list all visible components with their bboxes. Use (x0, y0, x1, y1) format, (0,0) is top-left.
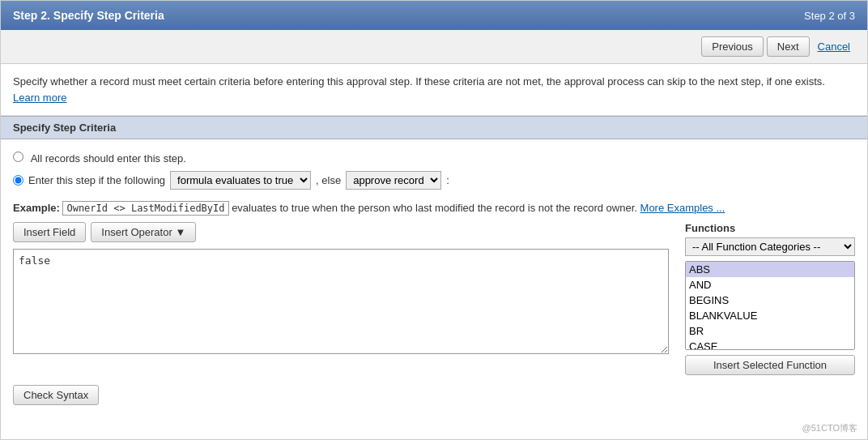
insert-field-button[interactable]: Insert Field (13, 222, 86, 242)
function-option-br: BR (686, 323, 854, 339)
more-examples-link[interactable]: More Examples ... (640, 202, 725, 214)
formula-textarea[interactable]: false (13, 249, 669, 354)
functions-listbox[interactable]: ABS AND BEGINS BLANKVALUE BR CASE (685, 261, 855, 350)
previous-button[interactable]: Previous (701, 36, 764, 57)
function-option-begins: BEGINS (686, 293, 854, 308)
example-code: OwnerId <> LastModifiedById (62, 201, 228, 216)
page-wrapper: Step 2. Specify Step Criteria Step 2 of … (0, 0, 868, 440)
next-button[interactable]: Next (767, 36, 810, 57)
radio-all-label[interactable]: All records should enter this step. (31, 152, 186, 164)
example-text: evaluates to true when the person who la… (232, 202, 640, 214)
page-header: Step 2. Specify Step Criteria Step 2 of … (1, 1, 867, 30)
cancel-button[interactable]: Cancel (813, 36, 855, 57)
insert-selected-function-button[interactable]: Insert Selected Function (685, 355, 855, 375)
right-panel: Functions -- All Function Categories -- … (685, 222, 855, 375)
toolbar-row: Previous Next Cancel (1, 30, 867, 64)
check-syntax-button[interactable]: Check Syntax (13, 385, 99, 405)
insert-operator-arrow: ▼ (175, 226, 185, 238)
check-syntax-row: Check Syntax (13, 385, 855, 405)
watermark-text: @51CTO博客 (802, 423, 857, 433)
functions-category-wrapper: -- All Function Categories -- (685, 237, 855, 256)
example-label: Example: (13, 202, 60, 214)
info-description: Specify whether a record must meet certa… (13, 75, 825, 88)
footer-watermark: @51CTO博客 (1, 417, 867, 439)
page-title: Step 2. Specify Step Criteria (13, 9, 164, 22)
function-option-blankvalue: BLANKVALUE (686, 308, 854, 323)
radio-all-records: All records should enter this step. (13, 152, 855, 164)
condition-dropdown[interactable]: formula evaluates to true criteria are m… (170, 171, 311, 190)
functions-label: Functions (685, 222, 855, 234)
radio-all-input[interactable] (13, 152, 23, 162)
section-header: Specify Step Criteria (1, 116, 867, 139)
content-area: All records should enter this step. Ente… (1, 139, 867, 417)
radio-enter-input[interactable] (13, 175, 23, 186)
function-option-abs: ABS (686, 262, 854, 277)
insert-buttons-row: Insert Field Insert Operator ▼ (13, 222, 669, 242)
radio-enter-if-row: Enter this step if the following formula… (13, 171, 855, 190)
step-info: Step 2 of 3 (804, 10, 855, 22)
left-panel: Insert Field Insert Operator ▼ false (13, 222, 669, 357)
function-option-case: CASE (686, 339, 854, 350)
else-label: , else (316, 174, 341, 186)
radio-enter-label[interactable]: Enter this step if the following (28, 174, 165, 186)
editor-row: Insert Field Insert Operator ▼ false Fun… (13, 222, 855, 375)
function-option-and: AND (686, 277, 854, 293)
example-row: Example: OwnerId <> LastModifiedById eva… (13, 202, 855, 214)
insert-operator-label: Insert Operator (101, 226, 172, 238)
else-dropdown[interactable]: approve record reject record (346, 171, 441, 190)
section-title: Specify Step Criteria (13, 122, 116, 134)
insert-operator-button[interactable]: Insert Operator ▼ (91, 222, 196, 242)
colon-separator: : (446, 174, 449, 186)
learn-more-link[interactable]: Learn more (13, 92, 66, 104)
functions-category-dropdown[interactable]: -- All Function Categories -- (685, 237, 855, 256)
info-section: Specify whether a record must meet certa… (1, 64, 867, 116)
